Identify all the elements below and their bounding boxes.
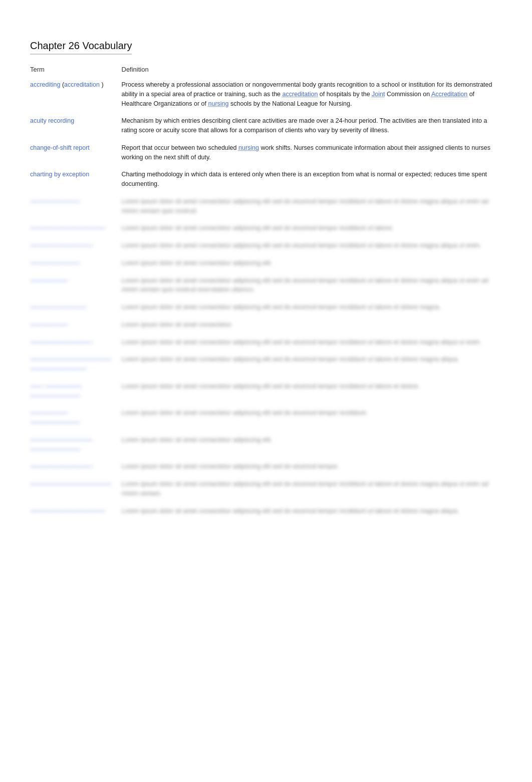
term-cell[interactable]: —————— xyxy=(30,273,122,300)
definition-cell: Report that occur between two scheduled … xyxy=(122,140,502,167)
term-cell[interactable]: ———————————— xyxy=(30,220,122,238)
definition-cell: Process whereby a professional associati… xyxy=(122,77,502,113)
definition-cell: Lorem ipsum dolor sit amet consectetur a… xyxy=(122,220,502,238)
definition-cell: Lorem ipsum dolor sit amet consectetur a… xyxy=(122,379,502,406)
table-row: ——————Lorem ipsum dolor sit amet consect… xyxy=(30,273,502,300)
definition-cell: Lorem ipsum dolor sit amet consectetur a… xyxy=(122,335,502,352)
definition-cell: Lorem ipsum dolor sit amet consectetur. xyxy=(122,317,502,335)
vocabulary-table: Term Definition accrediting (accreditati… xyxy=(30,64,502,520)
term-cell[interactable]: ———————————— xyxy=(30,503,122,521)
table-row: —————— ————————Lorem ipsum dolor sit ame… xyxy=(30,405,502,432)
term-cell[interactable]: —————— ———————— xyxy=(30,405,122,432)
table-row: —————————————Lorem ipsum dolor sit amet … xyxy=(30,476,502,503)
definition-cell: Lorem ipsum dolor sit amet consectetur a… xyxy=(122,503,502,521)
definition-cell: Lorem ipsum dolor sit amet consectetur a… xyxy=(122,194,502,221)
table-row: ————————————— —————————Lorem ipsum dolor… xyxy=(30,352,502,379)
table-row: ——————Lorem ipsum dolor sit amet consect… xyxy=(30,317,502,335)
term-cell[interactable]: —————————— xyxy=(30,238,122,255)
table-row: —————————— ————————Lorem ipsum dolor sit… xyxy=(30,432,502,459)
term-cell[interactable]: —————————— ———————— xyxy=(30,432,122,459)
term-cell[interactable]: ————————————— xyxy=(30,476,122,503)
definition-cell: Lorem ipsum dolor sit amet consectetur a… xyxy=(122,405,502,432)
definition-cell: Lorem ipsum dolor sit amet consectetur a… xyxy=(122,459,502,476)
term-column-header: Term xyxy=(30,64,122,77)
term-cell[interactable]: change-of-shift report xyxy=(30,140,122,167)
table-row: ————————Lorem ipsum dolor sit amet conse… xyxy=(30,255,502,273)
term-cell[interactable]: ———————— xyxy=(30,255,122,273)
term-cell[interactable]: ————————— xyxy=(30,300,122,317)
table-row: ————————————Lorem ipsum dolor sit amet c… xyxy=(30,503,502,521)
definition-cell: Lorem ipsum dolor sit amet consectetur a… xyxy=(122,273,502,300)
table-row: acuity recordingMechanism by which entri… xyxy=(30,113,502,140)
definition-cell: Charting methodology in which data is en… xyxy=(122,167,502,194)
term-cell[interactable]: charting by exception xyxy=(30,167,122,194)
definition-cell: Lorem ipsum dolor sit amet consectetur a… xyxy=(122,432,502,459)
definition-cell: Mechanism by which entries describing cl… xyxy=(122,113,502,140)
definition-cell: Lorem ipsum dolor sit amet consectetur a… xyxy=(122,300,502,317)
definition-cell: Lorem ipsum dolor sit amet consectetur a… xyxy=(122,476,502,503)
term-cell[interactable]: —————————— xyxy=(30,335,122,352)
table-row: ——————————Lorem ipsum dolor sit amet con… xyxy=(30,459,502,476)
table-row: charting by exceptionCharting methodolog… xyxy=(30,167,502,194)
table-row: accrediting (accreditation )Process wher… xyxy=(30,77,502,113)
table-row: ——————————Lorem ipsum dolor sit amet con… xyxy=(30,238,502,255)
definition-column-header: Definition xyxy=(122,64,502,77)
term-cell[interactable]: accrediting (accreditation ) xyxy=(30,77,122,113)
term-cell[interactable]: ————————————— ————————— xyxy=(30,352,122,379)
definition-cell: Lorem ipsum dolor sit amet consectetur a… xyxy=(122,352,502,379)
page-title: Chapter 26 Vocabulary xyxy=(30,40,132,55)
definition-cell: Lorem ipsum dolor sit amet consectetur a… xyxy=(122,238,502,255)
definition-cell: Lorem ipsum dolor sit amet consectetur a… xyxy=(122,255,502,273)
table-row: ——————————Lorem ipsum dolor sit amet con… xyxy=(30,335,502,352)
term-cell[interactable]: —— —————— ———————— xyxy=(30,379,122,406)
term-cell[interactable]: —————————— xyxy=(30,459,122,476)
term-cell[interactable]: acuity recording xyxy=(30,113,122,140)
term-cell[interactable]: ———————— xyxy=(30,194,122,221)
table-row: —— —————— ————————Lorem ipsum dolor sit … xyxy=(30,379,502,406)
table-row: change-of-shift reportReport that occur … xyxy=(30,140,502,167)
table-row: ————————Lorem ipsum dolor sit amet conse… xyxy=(30,194,502,221)
table-row: —————————Lorem ipsum dolor sit amet cons… xyxy=(30,300,502,317)
term-cell[interactable]: —————— xyxy=(30,317,122,335)
table-row: ————————————Lorem ipsum dolor sit amet c… xyxy=(30,220,502,238)
